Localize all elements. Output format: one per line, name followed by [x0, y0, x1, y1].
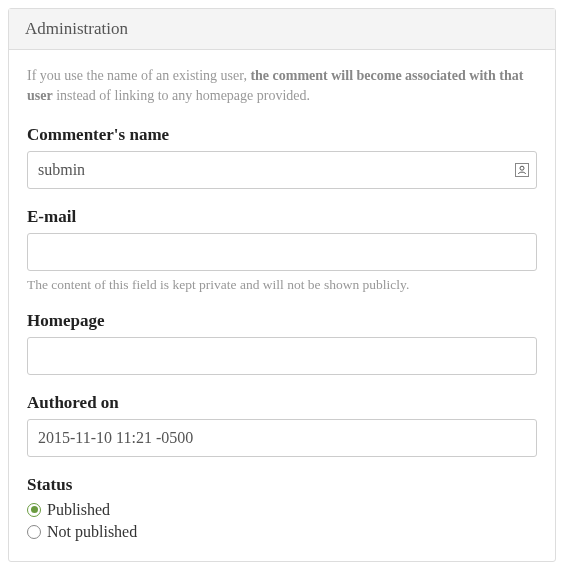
email-description: The content of this field is kept privat… — [27, 277, 537, 293]
label-commenter-name: Commenter's name — [27, 125, 537, 145]
panel-body: If you use the name of an existing user,… — [9, 50, 555, 561]
help-text-pre: If you use the name of an existing user, — [27, 68, 250, 83]
input-wrap-name — [27, 151, 537, 189]
field-commenter-name: Commenter's name — [27, 125, 537, 189]
label-homepage: Homepage — [27, 311, 537, 331]
radio-not-published[interactable]: Not published — [27, 523, 537, 541]
label-email: E-mail — [27, 207, 537, 227]
commenter-name-input[interactable] — [27, 151, 537, 189]
radio-dot-icon — [27, 525, 41, 539]
contact-card-icon[interactable] — [515, 163, 529, 177]
help-text-post: instead of linking to any homepage provi… — [53, 88, 310, 103]
administration-panel: Administration If you use the name of an… — [8, 8, 556, 562]
field-email: E-mail The content of this field is kept… — [27, 207, 537, 293]
homepage-input[interactable] — [27, 337, 537, 375]
help-text: If you use the name of an existing user,… — [27, 66, 537, 107]
radio-published-label: Published — [47, 501, 110, 519]
label-authored-on: Authored on — [27, 393, 537, 413]
authored-on-input[interactable] — [27, 419, 537, 457]
radio-inner-icon — [31, 506, 38, 513]
field-homepage: Homepage — [27, 311, 537, 375]
panel-title: Administration — [9, 9, 555, 50]
radio-not-published-label: Not published — [47, 523, 137, 541]
field-authored-on: Authored on — [27, 393, 537, 457]
radio-dot-icon — [27, 503, 41, 517]
svg-point-0 — [520, 166, 524, 170]
field-status: Status Published Not published — [27, 475, 537, 541]
label-status: Status — [27, 475, 537, 495]
radio-published[interactable]: Published — [27, 501, 537, 519]
email-input[interactable] — [27, 233, 537, 271]
